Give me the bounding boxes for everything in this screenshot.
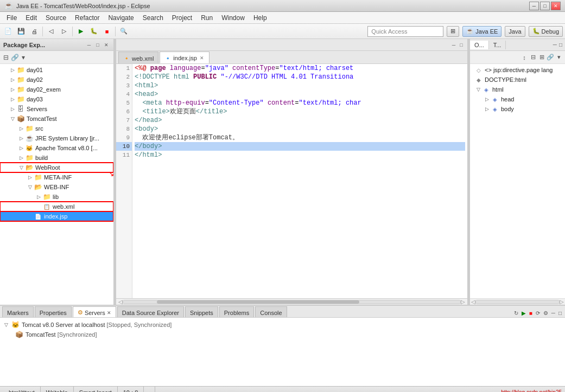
server-tomcat[interactable]: ▽ 🐱 Tomcat v8.0 Server at localhost [Sto… [2,320,563,330]
toolbar-run[interactable]: ▶ [75,25,87,37]
tree-expander-tomcattest[interactable]: ▽ [9,115,16,123]
outline-item-html[interactable]: ▽ ◈ html [470,85,565,94]
maximize-button[interactable]: □ [540,2,550,10]
minimize-button[interactable]: ─ [529,2,539,10]
tree-expander-webinf[interactable]: ▽ [26,183,34,191]
body-expander[interactable]: ▷ [483,105,491,113]
bottom-stop-btn[interactable]: ■ [528,309,534,317]
perspective-debug[interactable]: 🐛 Debug [529,26,563,37]
scrollbar-thumb[interactable] [157,300,359,304]
tab-markers[interactable]: Markers [2,306,34,317]
tree-expander-day02[interactable]: ▷ [9,76,16,83]
tree-expander-day01[interactable]: ▷ [9,66,16,74]
menu-file[interactable]: File [2,13,21,23]
tree-item-day01[interactable]: ▷ 📁 day01 [0,65,113,75]
outline-item-body[interactable]: ▷ ◈ body [470,104,565,114]
tab-console[interactable]: Console [255,306,287,317]
minimize-panel-btn[interactable]: ─ [85,41,93,49]
editor-scrollbar[interactable]: ◁ ▷ [116,298,467,305]
right-min-btn[interactable]: ─ [553,41,557,48]
toolbar-save[interactable]: 💾 [15,25,27,37]
menu-project[interactable]: Project [168,13,196,23]
html-expander[interactable]: ▽ [474,86,482,93]
toolbar-forward[interactable]: ▷ [58,25,70,37]
outline-sort-btn[interactable]: ↕ [520,54,528,61]
explorer-collapse-btn[interactable]: ⊟ [2,54,10,61]
tab-webxml[interactable]: 🔸 web.xml [118,52,158,63]
tab-datasource[interactable]: Data Source Explorer [117,306,184,317]
tree-expander-metainf[interactable]: ▷ [26,173,34,181]
tree-item-lib[interactable]: ▷ 📁 lib [0,192,113,202]
editor-maximize-btn[interactable]: □ [458,41,465,49]
tree-item-src[interactable]: ▷ 📁 src [0,124,113,133]
bottom-debug-run-btn[interactable]: ▶ [520,309,527,317]
explorer-link-btn[interactable]: 🔗 [11,54,18,61]
tree-item-jre[interactable]: ▷ ☕ JRE System Library [jr... [0,133,113,143]
tree-expander-jre[interactable]: ▷ [17,134,25,142]
outline-expand-btn[interactable]: ⊞ [538,54,545,61]
bottom-min-btn[interactable]: ─ [550,309,556,317]
tree-item-day02[interactable]: ▷ 📁 day02 [0,75,113,85]
close-button[interactable]: ✕ [551,2,561,10]
servers-tab-close[interactable]: ✕ [107,310,111,316]
menu-help[interactable]: Help [249,13,271,23]
tab-snippets[interactable]: Snippets [185,306,218,317]
outline-menu-btn[interactable]: ▾ [555,54,563,61]
right-scroll-track[interactable] [475,300,560,304]
tab-tasks[interactable]: T... [489,41,506,49]
maximize-panel-btn[interactable]: □ [94,41,101,49]
server-tomcattest-project[interactable]: 📦 TomcatTest [Synchronized] [2,330,563,339]
tab-indexjsp[interactable]: 🔹 index.jsp ✕ [160,52,209,63]
menu-source[interactable]: Source [41,13,71,23]
toolbar-debug[interactable]: 🐛 [88,25,100,37]
tree-expander-day02exem[interactable]: ▷ [9,86,16,93]
tree-item-webinf[interactable]: ▽ 📂 WEB-INF [0,182,113,192]
outline-item-doctype[interactable]: ◆ DOCTYPE:html [470,75,565,85]
tree-expander-src[interactable]: ▷ [17,125,25,132]
editor-minimize-btn[interactable]: ─ [450,41,458,49]
tree-expander-lib[interactable]: ▷ [35,193,42,201]
tree-expander-day03[interactable]: ▷ [9,95,16,103]
code-content[interactable]: <%@ page language="java" contentType="te… [132,64,467,298]
outline-hide-btn[interactable]: ⊟ [529,54,537,61]
tree-item-tomcattest[interactable]: ▽ 📦 TomcatTest [0,114,113,124]
explorer-menu-btn[interactable]: ▾ [20,54,27,61]
menu-run[interactable]: Run [196,13,217,23]
close-panel-btn[interactable]: ✕ [103,41,110,49]
tree-item-metainf[interactable]: ▷ 📁 META-INF [0,172,113,182]
indexjsp-tab-close[interactable]: ✕ [199,55,205,61]
tree-expander-build[interactable]: ▷ [17,154,25,162]
bottom-restart-btn[interactable]: ⟳ [535,309,541,317]
perspective-java[interactable]: Java [505,26,525,37]
tomcat-expander[interactable]: ▽ [4,322,8,327]
tree-item-apache[interactable]: ▷ 🐱 Apache Tomcat v8.0 [... [0,143,113,153]
menu-navigate[interactable]: Navigate [104,13,138,23]
tree-item-webxml[interactable]: 📋 web.xml [0,202,113,211]
outline-item-jspdirective[interactable]: ◇ <> jsp:directive.page lang [470,65,565,75]
perspective-java-ee[interactable]: ☕ Java EE [462,26,501,37]
tree-expander-apache[interactable]: ▷ [17,144,25,152]
outline-item-head[interactable]: ▷ ◈ head [470,94,565,104]
tree-expander-servers[interactable]: ▷ [9,105,16,113]
tree-item-day03[interactable]: ▷ 📁 day03 [0,94,113,104]
tree-expander-webroot[interactable]: ▽ [17,164,25,171]
bottom-settings-btn[interactable]: ⚙ [542,309,549,317]
tab-servers[interactable]: ⚙ Servers ✕ [73,306,116,317]
bottom-max-btn[interactable]: □ [557,309,563,317]
tree-item-servers[interactable]: ▷ 🗄 Servers [0,104,113,114]
menu-window[interactable]: Window [217,13,249,23]
tree-item-build[interactable]: ▷ 📁 build [0,153,113,163]
menu-edit[interactable]: Edit [21,13,41,23]
toolbar-search[interactable]: 🔍 [118,25,130,37]
toolbar-stop[interactable]: ■ [101,25,113,37]
toolbar-back[interactable]: ◁ [45,25,57,37]
quick-access-input[interactable]: Quick Access [367,26,443,37]
menu-refactor[interactable]: Refactor [71,13,104,23]
scrollbar-track[interactable] [123,300,461,304]
perspective-btn-icon1[interactable]: ⊞ [447,26,459,37]
outline-link-btn[interactable]: 🔗 [547,54,554,61]
tree-item-indexjsp[interactable]: 📄 index.jsp [0,211,113,221]
toolbar-print[interactable]: 🖨 [28,25,40,37]
bottom-refresh-btn[interactable]: ↻ [513,309,519,317]
editor-area[interactable]: 1 2 3 4 5 6 7 8 9 10 11 <%@ page languag… [116,64,467,298]
